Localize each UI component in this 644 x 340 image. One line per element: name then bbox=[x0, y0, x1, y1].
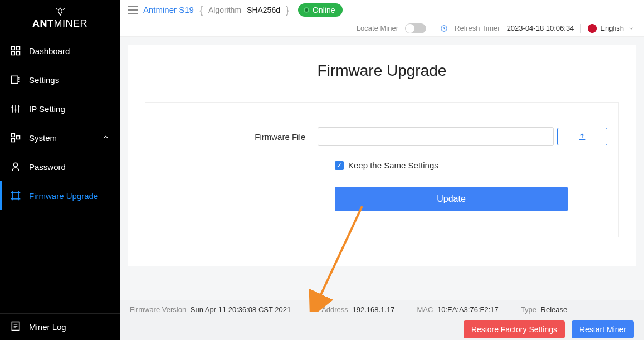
settings-icon bbox=[10, 74, 21, 85]
sidebar-item-label: System bbox=[29, 133, 57, 143]
sidebar-item-label: Firmware Upgrade bbox=[29, 191, 98, 201]
refresh-timer-value: 2023-04-18 10:06:34 bbox=[507, 24, 574, 32]
sidebar-item-label: Settings bbox=[29, 75, 59, 85]
sidebar-item-settings[interactable]: Settings bbox=[0, 65, 120, 94]
status-text: Online bbox=[313, 6, 335, 14]
brand-logo: ANTMINER bbox=[0, 0, 120, 36]
ip-address: IP Address 192.168.1.17 bbox=[313, 305, 394, 314]
firmware-version-label: Firmware Version bbox=[130, 305, 186, 314]
chevron-up-icon bbox=[102, 133, 110, 143]
type-value: Release bbox=[541, 305, 568, 314]
sidebar-item-firmware-upgrade[interactable]: Firmware Upgrade bbox=[0, 181, 120, 210]
topbar: Antminer S19 { Algorithm SHA256d } Onlin… bbox=[120, 0, 644, 20]
algorithm-value: SHA256d bbox=[247, 6, 280, 14]
svg-rect-5 bbox=[12, 134, 15, 137]
main-content: Antminer S19 { Algorithm SHA256d } Onlin… bbox=[120, 0, 644, 340]
antminer-logo-icon bbox=[55, 7, 65, 17]
svg-point-8 bbox=[14, 163, 18, 167]
ip-address-label: IP Address bbox=[313, 305, 348, 314]
svg-rect-4 bbox=[12, 76, 18, 83]
svg-rect-3 bbox=[17, 52, 20, 55]
firmware-upgrade-icon bbox=[10, 190, 21, 201]
keep-settings-checkbox[interactable]: ✓ Keep the Same Settings bbox=[335, 161, 607, 170]
firmware-file-input[interactable] bbox=[318, 127, 554, 146]
footer: Firmware Version Sun Apr 11 20:36:08 CST… bbox=[120, 300, 644, 340]
svg-rect-6 bbox=[12, 139, 15, 142]
system-icon bbox=[10, 132, 21, 143]
divider bbox=[433, 24, 433, 33]
refresh-timer-label: Refresh Timer bbox=[455, 24, 500, 32]
status-badge: Online bbox=[298, 3, 343, 17]
algorithm-label: Algorithm bbox=[208, 6, 241, 14]
locate-miner-toggle[interactable] bbox=[405, 23, 426, 33]
sidebar-item-miner-log[interactable]: Miner Log bbox=[0, 313, 120, 340]
mac-label: MAC bbox=[417, 305, 433, 314]
locate-miner-label: Locate Miner bbox=[357, 24, 398, 32]
sidebar: ANTMINER Dashboard Settings IP Setting S… bbox=[0, 0, 120, 340]
language-label: English bbox=[600, 24, 624, 32]
ip-setting-icon bbox=[10, 103, 21, 114]
ip-address-value: 192.168.1.17 bbox=[352, 305, 394, 314]
sidebar-item-dashboard[interactable]: Dashboard bbox=[0, 36, 120, 65]
sub-toolbar: Locate Miner Refresh Timer 2023-04-18 10… bbox=[120, 20, 644, 37]
mac-address: MAC 10:EA:A3:76:F2:17 bbox=[417, 305, 498, 314]
firmware-version-value: Sun Apr 11 20:36:08 CST 2021 bbox=[191, 305, 291, 314]
miner-model: Antminer S19 bbox=[143, 5, 194, 14]
sidebar-item-ip-setting[interactable]: IP Setting bbox=[0, 94, 120, 123]
sidebar-item-label: Miner Log bbox=[29, 322, 66, 332]
status-dot-icon bbox=[304, 7, 309, 13]
sidebar-item-label: IP Setting bbox=[29, 104, 65, 114]
brace-left: { bbox=[199, 5, 203, 15]
build-type: Type Release bbox=[521, 305, 568, 314]
brand-name: ANTMINER bbox=[32, 18, 87, 30]
flag-uk-icon bbox=[588, 24, 597, 33]
hamburger-menu-icon[interactable] bbox=[128, 6, 138, 14]
miner-log-icon bbox=[10, 320, 21, 333]
restart-miner-button[interactable]: Restart Miner bbox=[572, 320, 634, 338]
sidebar-item-label: Password bbox=[29, 162, 66, 172]
chevron-down-icon bbox=[628, 26, 634, 31]
svg-rect-0 bbox=[12, 47, 15, 50]
dashboard-icon bbox=[10, 45, 21, 56]
firmware-form: Firmware File ✓ Keep the Same Settings U… bbox=[145, 102, 619, 237]
divider bbox=[580, 24, 581, 33]
svg-rect-1 bbox=[17, 47, 20, 50]
password-icon bbox=[10, 161, 21, 172]
svg-rect-7 bbox=[17, 136, 20, 139]
firmware-version: Firmware Version Sun Apr 11 20:36:08 CST… bbox=[130, 305, 291, 314]
sidebar-item-system[interactable]: System bbox=[0, 123, 120, 152]
refresh-timer-icon bbox=[440, 25, 448, 32]
upload-icon bbox=[578, 132, 587, 141]
svg-rect-9 bbox=[12, 192, 19, 199]
checkbox-checked-icon: ✓ bbox=[335, 161, 344, 170]
brace-right: } bbox=[286, 5, 289, 15]
page-title: Firmware Upgrade bbox=[145, 62, 619, 80]
sidebar-item-label: Dashboard bbox=[29, 46, 70, 56]
firmware-file-label: Firmware File bbox=[157, 132, 318, 142]
firmware-upgrade-card: Firmware Upgrade Firmware File ✓ Keep th… bbox=[128, 45, 636, 266]
svg-rect-2 bbox=[12, 52, 15, 55]
restore-factory-button[interactable]: Restore Factory Settings bbox=[464, 320, 565, 338]
language-selector[interactable]: English bbox=[588, 24, 634, 33]
sidebar-item-password[interactable]: Password bbox=[0, 152, 120, 181]
update-button[interactable]: Update bbox=[335, 187, 568, 211]
keep-settings-label: Keep the Same Settings bbox=[348, 161, 438, 170]
mac-value: 10:EA:A3:76:F2:17 bbox=[437, 305, 499, 314]
type-label: Type bbox=[521, 305, 536, 314]
upload-button[interactable] bbox=[557, 128, 607, 145]
